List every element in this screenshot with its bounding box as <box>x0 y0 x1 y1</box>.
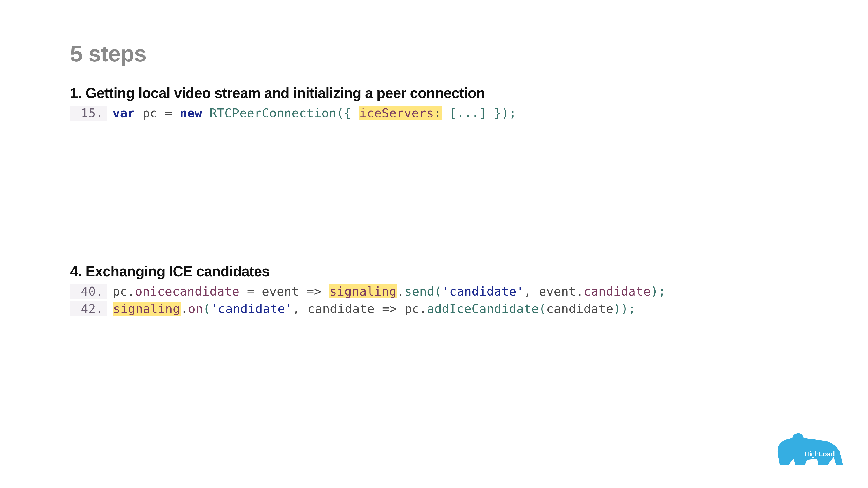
ident-pc: pc <box>135 106 165 120</box>
line-number: 42. <box>70 301 107 316</box>
slide-title: 5 steps <box>70 41 800 67</box>
method-on: on <box>188 302 203 316</box>
ident-pc: pc <box>404 302 419 316</box>
logo-text-load: Load <box>819 450 835 458</box>
paren-open: ( <box>539 302 546 316</box>
dot: . <box>420 302 427 316</box>
slide: 5 steps 1. Getting local video stream an… <box>0 0 868 488</box>
ident-candidate: candidate <box>307 302 382 316</box>
dot: . <box>181 302 188 316</box>
keyword-new: new <box>180 106 202 120</box>
line-number: 40. <box>70 284 107 299</box>
class-rtcpeerconnection: RTCPeerConnection <box>202 106 336 120</box>
paren-open: ( <box>203 302 211 316</box>
comma: , <box>292 302 307 316</box>
keyword-var: var <box>113 106 135 120</box>
dot: . <box>576 284 584 298</box>
section-gap <box>70 123 800 263</box>
brace-open: ({ <box>336 106 359 120</box>
logo-text-plusplus: ++ <box>838 447 842 451</box>
ident-signaling: signaling <box>113 302 180 316</box>
dot: . <box>397 284 404 298</box>
logo-text-high: High <box>805 450 819 458</box>
ident-pc: pc <box>113 284 127 298</box>
ident-event: event <box>539 284 576 298</box>
prop-iceservers: iceServers <box>359 106 434 120</box>
prop-onicecandidate: onicecandidate <box>135 284 239 298</box>
code-content: var pc = new RTCPeerConnection({ iceServ… <box>107 106 517 120</box>
arrow: => <box>307 284 329 298</box>
ident-event: event <box>262 284 307 298</box>
arrow: => <box>382 302 404 316</box>
paren-open: ( <box>434 284 442 298</box>
step4-heading: 4. Exchanging ICE candidates <box>70 263 800 280</box>
paren-close: )); <box>614 302 636 316</box>
method-addicecandidate: addIceCandidate <box>427 302 539 316</box>
method-send: send <box>405 284 434 298</box>
code-line-15: 15. var pc = new RTCPeerConnection({ ice… <box>70 105 800 121</box>
dot: . <box>127 284 135 298</box>
code-content: pc.onicecandidate = event => signaling.s… <box>107 284 666 298</box>
op-eq: = <box>247 284 262 298</box>
comma: , <box>524 284 539 298</box>
code-line-42: 42. signaling.on('candidate', candidate … <box>70 301 800 316</box>
step1-heading: 1. Getting local video stream and initia… <box>70 85 800 101</box>
prop-candidate: candidate <box>584 284 651 298</box>
ident-signaling: signaling <box>329 284 397 298</box>
svg-text:HighLoad: HighLoad <box>805 450 835 458</box>
ident-candidate: candidate <box>546 302 614 316</box>
space <box>239 284 247 298</box>
brace-close: [...] }); <box>442 106 517 120</box>
line-number: 15. <box>70 105 107 121</box>
colon: : <box>434 106 441 120</box>
paren-close: ); <box>651 284 666 298</box>
string-candidate: 'candidate' <box>211 302 292 316</box>
string-candidate: 'candidate' <box>442 284 524 298</box>
code-line-40: 40. pc.onicecandidate = event => signali… <box>70 284 800 299</box>
highload-logo: HighLoad ++ <box>771 427 845 472</box>
code-content: signaling.on('candidate', candidate => p… <box>107 302 636 316</box>
op-eq: = <box>165 106 180 120</box>
